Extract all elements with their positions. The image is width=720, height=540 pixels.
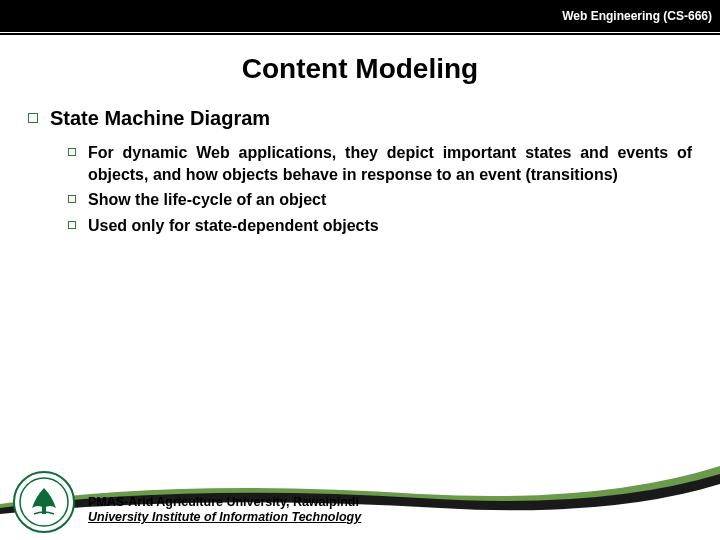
university-logo	[12, 470, 76, 534]
sub-text: Used only for state-dependent objects	[88, 215, 379, 237]
list-item: Show the life-cycle of an object	[68, 189, 692, 211]
bullet-icon	[28, 113, 38, 123]
footer-text: PMAS-Arid Agriculture University, Rawalp…	[88, 495, 361, 526]
bullet-icon	[68, 221, 76, 229]
footer-institute: University Institute of Information Tech…	[88, 510, 361, 526]
footer: PMAS-Arid Agriculture University, Rawalp…	[0, 466, 720, 540]
sub-text: Show the life-cycle of an object	[88, 189, 326, 211]
header-bar: Web Engineering (CS-666)	[0, 0, 720, 32]
svg-rect-2	[42, 506, 46, 514]
main-bullet-row: State Machine Diagram	[28, 107, 692, 130]
course-code: Web Engineering (CS-666)	[562, 9, 712, 23]
bullet-icon	[68, 148, 76, 156]
sub-text: For dynamic Web applications, they depic…	[88, 142, 692, 185]
content-area: State Machine Diagram For dynamic Web ap…	[0, 107, 720, 236]
list-item: Used only for state-dependent objects	[68, 215, 692, 237]
header-underline	[0, 33, 720, 35]
sub-list: For dynamic Web applications, they depic…	[68, 142, 692, 236]
page-title: Content Modeling	[0, 53, 720, 85]
footer-university: PMAS-Arid Agriculture University, Rawalp…	[88, 495, 361, 511]
list-item: For dynamic Web applications, they depic…	[68, 142, 692, 185]
bullet-icon	[68, 195, 76, 203]
main-heading: State Machine Diagram	[50, 107, 270, 130]
